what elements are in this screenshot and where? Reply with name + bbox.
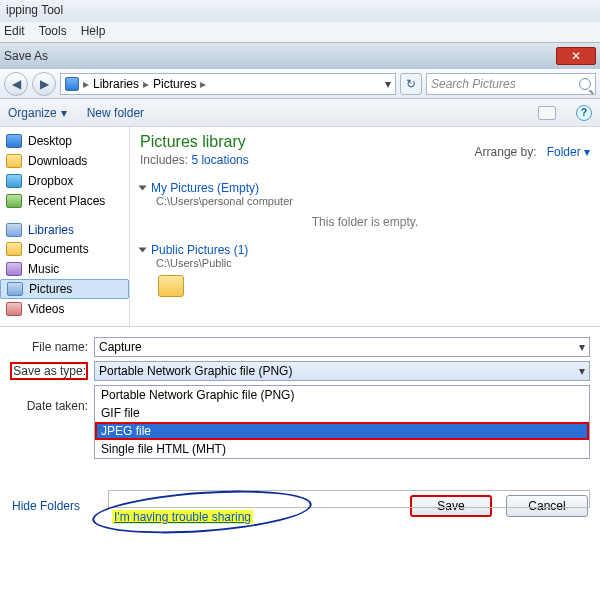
- search-placeholder: Search Pictures: [431, 77, 516, 91]
- dropbox-icon: [6, 174, 22, 188]
- sidebar-item-label: Libraries: [28, 223, 74, 237]
- arrange-by: Arrange by: Folder ▾: [475, 145, 590, 159]
- search-icon: [579, 78, 591, 90]
- sidebar-item-documents[interactable]: Documents: [0, 239, 129, 259]
- crumb-pictures[interactable]: Pictures: [153, 77, 196, 91]
- filetype-option-gif[interactable]: GIF file: [95, 404, 589, 422]
- forward-icon: ▶: [40, 77, 49, 91]
- group-public-pictures: Public Pictures (1) C:\Users\Public: [140, 243, 590, 297]
- sidebar-item-pictures[interactable]: Pictures: [0, 279, 129, 299]
- annotation-box: [108, 490, 590, 508]
- help-button[interactable]: ?: [576, 105, 592, 121]
- group-my-pictures: My Pictures (Empty) C:\Users\personal co…: [140, 181, 590, 229]
- breadcrumb-sep: ▸: [200, 77, 206, 91]
- back-icon: ◀: [12, 77, 21, 91]
- dialog-body: Desktop Downloads Dropbox Recent Places …: [0, 127, 600, 327]
- sidebar-item-videos[interactable]: Videos: [0, 299, 129, 319]
- folder-icon: [6, 242, 22, 256]
- sidebar-item-music[interactable]: Music: [0, 259, 129, 279]
- filetype-option-mht[interactable]: Single file HTML (MHT): [95, 440, 589, 458]
- breadcrumb-sep: ▸: [83, 77, 89, 91]
- desktop-icon: [6, 134, 22, 148]
- sidebar-item-desktop[interactable]: Desktop: [0, 131, 129, 151]
- view-options-button[interactable]: [538, 106, 556, 120]
- music-icon: [6, 262, 22, 276]
- chevron-down-icon: ▾: [579, 364, 585, 378]
- refresh-button[interactable]: ↻: [400, 73, 422, 95]
- filetype-option-jpeg[interactable]: JPEG file: [95, 422, 589, 440]
- sidebar-item-label: Documents: [28, 242, 89, 256]
- group-title[interactable]: Public Pictures (1): [151, 243, 248, 257]
- includes-link[interactable]: 5 locations: [191, 153, 248, 167]
- menu-edit[interactable]: Edit: [4, 24, 25, 40]
- saveastype-dropdown[interactable]: Portable Network Graphic file (PNG)▾: [94, 361, 590, 381]
- dialog-title-text: Save As: [4, 49, 48, 63]
- sidebar-item-downloads[interactable]: Downloads: [0, 151, 129, 171]
- folder-icon[interactable]: [158, 275, 184, 297]
- videos-icon: [6, 302, 22, 316]
- forward-button[interactable]: ▶: [32, 72, 56, 96]
- sidebar: Desktop Downloads Dropbox Recent Places …: [0, 127, 130, 326]
- sidebar-item-label: Pictures: [29, 282, 72, 296]
- group-path: C:\Users\personal computer: [140, 195, 590, 207]
- group-path: C:\Users\Public: [140, 257, 590, 269]
- sidebar-item-label: Recent Places: [28, 194, 105, 208]
- pictures-icon: [7, 282, 23, 296]
- chevron-down-icon: ▾: [61, 106, 67, 120]
- main-pane: Pictures library Includes: 5 locations A…: [130, 127, 600, 326]
- sidebar-item-recent[interactable]: Recent Places: [0, 191, 129, 211]
- breadcrumb[interactable]: ▸ Libraries ▸ Pictures ▸ ▾: [60, 73, 396, 95]
- sidebar-item-label: Downloads: [28, 154, 87, 168]
- dialog-titlebar: Save As ✕: [0, 43, 600, 69]
- collapse-icon[interactable]: [139, 186, 147, 191]
- sidebar-item-label: Dropbox: [28, 174, 73, 188]
- close-button[interactable]: ✕: [556, 47, 596, 65]
- organize-menu[interactable]: Organize ▾: [8, 106, 67, 120]
- menu-tools[interactable]: Tools: [39, 24, 67, 40]
- libraries-icon: [65, 77, 79, 91]
- recent-icon: [6, 194, 22, 208]
- breadcrumb-sep: ▸: [143, 77, 149, 91]
- close-icon: ✕: [571, 49, 581, 63]
- chevron-down-icon[interactable]: ▾: [579, 340, 585, 354]
- back-button[interactable]: ◀: [4, 72, 28, 96]
- trouble-sharing-link[interactable]: I'm having trouble sharing: [112, 510, 253, 524]
- libraries-icon: [6, 223, 22, 237]
- filename-label: File name:: [10, 340, 88, 354]
- crumb-libraries[interactable]: Libraries: [93, 77, 139, 91]
- arrange-by-dropdown[interactable]: Folder ▾: [547, 145, 590, 159]
- dialog-toolbar: Organize ▾ New folder ?: [0, 99, 600, 127]
- menu-help[interactable]: Help: [81, 24, 106, 40]
- save-as-dialog: Save As ✕ ◀ ▶ ▸ Libraries ▸ Pictures ▸ ▾…: [0, 42, 600, 525]
- nav-bar: ◀ ▶ ▸ Libraries ▸ Pictures ▸ ▾ ↻ Search …: [0, 69, 600, 99]
- new-folder-button[interactable]: New folder: [87, 106, 144, 120]
- app-title: ipping Tool: [0, 0, 600, 22]
- saveastype-label: Save as type:: [10, 362, 88, 380]
- app-menubar: Edit Tools Help: [0, 22, 600, 42]
- datetaken-label: Date taken:: [10, 399, 88, 413]
- sidebar-item-label: Videos: [28, 302, 64, 316]
- refresh-icon: ↻: [406, 77, 416, 91]
- breadcrumb-dropdown[interactable]: ▾: [385, 77, 391, 91]
- sidebar-item-dropbox[interactable]: Dropbox: [0, 171, 129, 191]
- group-title[interactable]: My Pictures (Empty): [151, 181, 259, 195]
- sidebar-item-label: Desktop: [28, 134, 72, 148]
- save-form: File name: Capture▾ Save as type: Portab…: [0, 327, 600, 487]
- empty-message: This folder is empty.: [140, 215, 590, 229]
- filetype-option-png[interactable]: Portable Network Graphic file (PNG): [95, 386, 589, 404]
- sidebar-item-label: Music: [28, 262, 59, 276]
- annotation-area: I'm having trouble sharing: [60, 490, 590, 524]
- collapse-icon[interactable]: [139, 248, 147, 253]
- saveastype-options: Portable Network Graphic file (PNG) GIF …: [94, 385, 590, 459]
- filename-input[interactable]: Capture▾: [94, 337, 590, 357]
- search-input[interactable]: Search Pictures: [426, 73, 596, 95]
- folder-icon: [6, 154, 22, 168]
- sidebar-item-libraries[interactable]: Libraries: [0, 221, 129, 239]
